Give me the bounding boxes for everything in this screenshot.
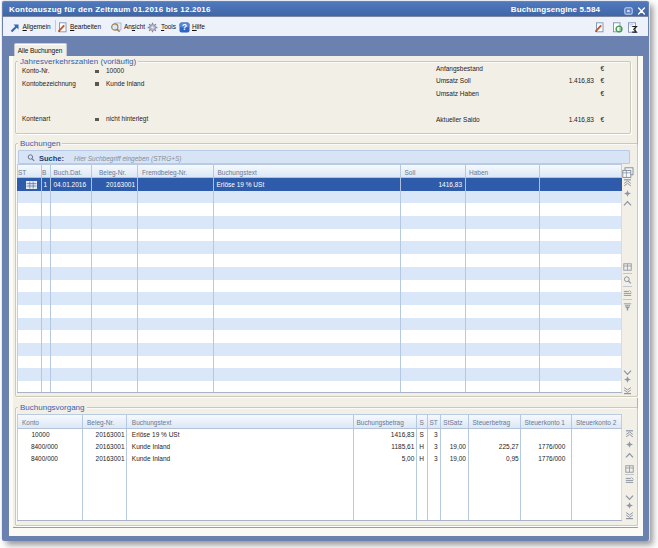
posting-cell: Kunde Inland (132, 455, 170, 463)
column-header-steuerbetrag[interactable]: Steuerbetrag (473, 419, 511, 427)
go-last-button[interactable] (625, 512, 634, 520)
column-separator (213, 165, 214, 393)
posting-cell: 19,00 (450, 443, 466, 451)
column-header-stsatz[interactable]: StSatz (443, 419, 462, 427)
column-header-buchungstext[interactable]: Buchungstext (218, 169, 257, 177)
column-header-steuerkonto1[interactable]: Steuerkonto 1 (525, 419, 565, 427)
table-view-icon (625, 465, 634, 473)
field-bullet-icon (95, 82, 99, 86)
close-button[interactable] (637, 7, 646, 15)
group-buchungsvorgang-title: Buchungsvorgang (18, 403, 87, 412)
column-separator (539, 165, 540, 393)
column-header-buchungstext[interactable]: Buchungstext (132, 419, 171, 427)
currency-sign: € (601, 116, 605, 124)
column-chooser-button[interactable] (622, 167, 634, 179)
bookings-selected-row[interactable]: 104.01.201620163001Erlöse 19 % USt1416,8… (17, 178, 622, 191)
column-header-steuerkonto2[interactable]: Steuerkonto 2 (576, 419, 616, 427)
posting-cell: 19,00 (450, 455, 466, 463)
search-bar[interactable]: Suche:Hier Suchbegriff eingeben (STRG+S) (18, 150, 630, 164)
help-icon: ? (179, 22, 190, 33)
field-value: 1.416,83 (569, 116, 594, 124)
column-header-fremdbelegnr[interactable]: Fremdbeleg-Nr. (142, 169, 187, 177)
magnifier-view-icon (110, 22, 123, 33)
column-separator (91, 165, 92, 393)
column-header-haben[interactable]: Haben (469, 169, 488, 177)
gear-icon (147, 22, 159, 33)
menu-label: Ansicht (124, 23, 145, 30)
column-separator (82, 415, 83, 520)
field-value: Kunde Inland (106, 80, 144, 88)
menu-label: Hilfe (192, 23, 205, 30)
posting-cell: H (392, 455, 452, 463)
column-header-st[interactable]: ST (18, 169, 26, 177)
search-record-button[interactable] (623, 276, 632, 284)
page-down-button[interactable] (625, 502, 634, 510)
bookings-table-body[interactable] (17, 178, 623, 392)
next-record-button[interactable] (625, 494, 634, 502)
go-first-button[interactable] (623, 179, 632, 187)
tab-strip: Alle Buchungen (3, 36, 648, 57)
nav-prev-page-icon (623, 190, 632, 198)
posting-cell: 1776/000 (538, 455, 565, 463)
column-separator (520, 415, 521, 520)
column-header-belegnr[interactable]: Beleg-Nr. (87, 419, 114, 427)
filter-button[interactable] (623, 303, 632, 311)
app-window: Kontoauszug für den Zeitraum 01.2016 bis… (2, 1, 649, 541)
field-label: Umsatz Soll (436, 77, 471, 85)
prev-record-button[interactable] (623, 200, 632, 208)
edit-page-icon (594, 22, 605, 33)
posting-cell: Erlöse 19 % USt (132, 431, 180, 439)
toolbar-edit-page-icon[interactable] (594, 22, 605, 33)
table-view-icon (623, 263, 632, 271)
magnifier-icon (623, 276, 632, 284)
menu-label: Allgemein (23, 23, 51, 30)
selected-row-cell: Erlöse 19 % USt (217, 181, 265, 189)
go-last-button[interactable] (623, 387, 632, 395)
filter-icon (623, 303, 632, 311)
toolbar-refresh-page-icon[interactable] (612, 22, 623, 33)
table-view-button[interactable] (623, 263, 632, 271)
toolbar-sum-page-icon[interactable] (627, 22, 638, 33)
page-up-button[interactable] (623, 190, 632, 198)
posting-cell: 8400/000 (31, 443, 58, 451)
field-label: Konto-Nr. (22, 67, 49, 75)
nav-prev-icon (623, 200, 632, 208)
currency-sign: € (601, 65, 605, 73)
dataset-button[interactable] (625, 477, 634, 485)
page-up-button[interactable] (625, 441, 634, 449)
column-header-b[interactable]: B (42, 169, 46, 177)
menu-label: Tools (161, 23, 176, 30)
column-header-buchdat[interactable]: Buch.Dat. (54, 169, 83, 177)
posting-cell: 3 (434, 443, 438, 451)
arrow-up-right-icon (10, 23, 20, 33)
search-input-placeholder[interactable]: Hier Suchbegriff eingeben (STRG+S) (74, 155, 181, 162)
magnifier-view-icon (110, 22, 123, 33)
table-view-button[interactable] (625, 465, 634, 473)
svg-text:?: ? (182, 22, 187, 32)
column-header-soll[interactable]: Soll (405, 169, 416, 177)
posting-cell: 3 (434, 431, 438, 439)
column-header-belegnr[interactable]: Beleg-Nr. (99, 169, 126, 177)
column-separator (400, 165, 401, 393)
currency-sign: € (601, 90, 605, 98)
dataset-button[interactable] (623, 290, 632, 298)
restore-button[interactable] (624, 7, 633, 15)
posting-cell: 225,27 (499, 443, 519, 451)
column-separator (41, 165, 42, 393)
selected-row-cell: 1416,83 (439, 181, 463, 189)
column-header-konto[interactable]: Konto (22, 419, 39, 427)
nav-first-icon (625, 430, 634, 438)
field-label: Kontobezeichnung (22, 80, 76, 88)
menu-label: Bearbeiten (70, 23, 101, 30)
column-separator (465, 165, 466, 393)
selected-row-cell: 04.01.2016 (54, 181, 87, 189)
titlebar[interactable]: Kontoauszug für den Zeitraum 01.2016 bis… (3, 2, 648, 17)
nav-last-icon (623, 387, 632, 395)
prev-record-button[interactable] (625, 452, 634, 460)
go-first-button[interactable] (625, 430, 634, 438)
page-down-button[interactable] (623, 376, 632, 384)
column-separator (137, 165, 138, 393)
group-buchungen-title: Buchungen (18, 139, 62, 148)
strip-divider (625, 474, 634, 475)
posting-cell: 20163001 (96, 455, 125, 463)
